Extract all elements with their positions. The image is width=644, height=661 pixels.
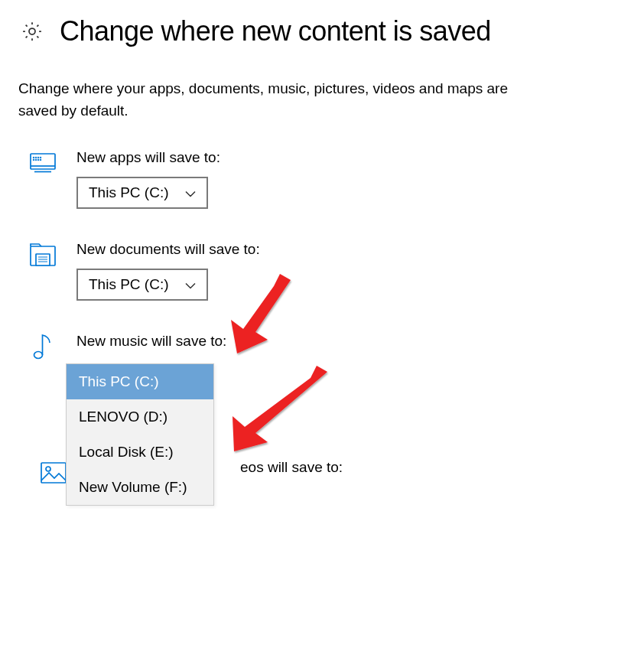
documents-icon	[29, 241, 57, 269]
apps-icon	[29, 149, 57, 177]
setting-apps: New apps will save to: This PC (C:)	[18, 149, 626, 209]
page-description: Change where your apps, documents, music…	[18, 78, 538, 122]
music-option-2[interactable]: Local Disk (E:)	[67, 435, 213, 470]
documents-select-value: This PC (C:)	[89, 276, 169, 293]
music-icon	[29, 333, 57, 360]
music-option-3[interactable]: New Volume (F:)	[67, 470, 213, 505]
svg-point-10	[38, 160, 39, 161]
music-label: New music will save to:	[76, 333, 626, 350]
svg-rect-1	[31, 154, 55, 169]
page-title: Change where new content is saved	[60, 15, 491, 47]
svg-point-17	[34, 352, 43, 359]
gear-icon	[18, 18, 46, 45]
chevron-down-icon	[185, 276, 196, 293]
music-option-0[interactable]: This PC (C:)	[67, 364, 213, 399]
photos-icon	[40, 459, 67, 487]
svg-point-0	[29, 28, 35, 34]
page-header: Change where new content is saved	[18, 15, 626, 47]
setting-documents: New documents will save to: This PC (C:)	[18, 241, 626, 301]
music-dropdown[interactable]: This PC (C:) LENOVO (D:) Local Disk (E:)…	[66, 363, 214, 506]
apps-label: New apps will save to:	[76, 149, 626, 166]
apps-select[interactable]: This PC (C:)	[76, 177, 208, 209]
apps-select-value: This PC (C:)	[89, 184, 169, 201]
svg-point-6	[38, 158, 39, 158]
svg-point-5	[36, 158, 37, 158]
svg-point-11	[41, 160, 41, 161]
annotation-arrow-2-icon	[226, 366, 333, 461]
svg-point-19	[46, 467, 50, 471]
setting-music: New music will save to: This PC (C:) LEN…	[18, 333, 626, 360]
svg-point-9	[36, 160, 37, 161]
documents-select[interactable]: This PC (C:)	[76, 269, 208, 301]
svg-point-8	[34, 160, 34, 161]
documents-label: New documents will save to:	[76, 241, 626, 258]
chevron-down-icon	[185, 184, 196, 201]
svg-point-4	[34, 158, 34, 158]
photos-videos-label: eos will save to:	[240, 459, 575, 476]
music-option-1[interactable]: LENOVO (D:)	[67, 399, 213, 435]
svg-rect-18	[41, 463, 66, 483]
svg-point-7	[41, 158, 41, 158]
